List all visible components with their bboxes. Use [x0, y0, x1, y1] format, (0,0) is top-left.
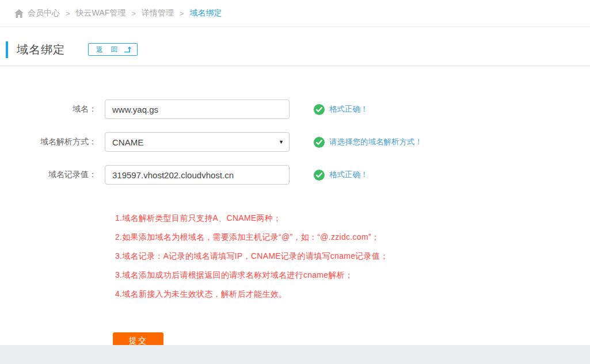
record-value-status-text: 格式正确！ — [329, 170, 368, 180]
back-button[interactable]: 返 回 — [88, 43, 138, 56]
domain-label: 域名： — [0, 104, 105, 114]
domain-binding-form: 域名： 格式正确！ 域名解析方式： CNAME ▼ 请选择您的域名解析方式！ 域… — [0, 66, 590, 349]
breadcrumb: 会员中心 > 快云WAF管理 > 详情管理 > 域名绑定 — [0, 0, 590, 27]
breadcrumb-separator: > — [180, 9, 184, 18]
title-accent-bar — [6, 41, 8, 58]
note-line: 1.域名解析类型目前只支持A、CNAME两种； — [115, 209, 590, 228]
domain-status-text: 格式正确！ — [329, 104, 368, 114]
note-line: 4.域名新接入为未生效状态，解析后才能生效。 — [115, 285, 590, 304]
return-arrow-icon — [124, 46, 132, 53]
resolve-type-status-text: 请选择您的域名解析方式！ — [329, 137, 422, 147]
resolve-type-status: 请选择您的域名解析方式！ — [314, 137, 422, 148]
breadcrumb-item-member-center[interactable]: 会员中心 — [28, 8, 60, 18]
check-circle-icon — [314, 137, 325, 148]
home-icon — [14, 9, 24, 18]
resolve-type-row: 域名解析方式： CNAME ▼ 请选择您的域名解析方式！ — [0, 132, 590, 152]
resolve-type-select-wrap: CNAME ▼ — [105, 132, 290, 152]
record-value-row: 域名记录值： 格式正确！ — [0, 165, 590, 185]
instruction-notes: 1.域名解析类型目前只支持A、CNAME两种； 2.如果添加域名为根域名，需要添… — [115, 209, 590, 304]
note-line: 2.如果添加域名为根域名，需要添加主机记录“@”，如：“@.zzidc.com”… — [115, 228, 590, 247]
breadcrumb-separator: > — [131, 9, 136, 18]
back-button-label: 返 回 — [96, 45, 120, 55]
footer-band — [0, 345, 590, 364]
domain-row: 域名： 格式正确！ — [0, 99, 590, 119]
breadcrumb-item-domain-binding: 域名绑定 — [189, 8, 222, 18]
record-value-input[interactable] — [105, 165, 290, 185]
note-line: 3.域名记录：A记录的域名请填写IP，CNAME记录的请填写cname记录值； — [115, 247, 590, 266]
check-circle-icon — [314, 104, 325, 115]
resolve-type-select[interactable]: CNAME — [105, 132, 290, 152]
title-section: 域名绑定 返 回 — [6, 41, 590, 58]
page-title: 域名绑定 — [17, 42, 65, 58]
breadcrumb-item-detail-management[interactable]: 详情管理 — [142, 8, 174, 18]
record-value-label: 域名记录值： — [0, 170, 105, 180]
domain-status: 格式正确！ — [314, 104, 368, 115]
domain-input[interactable] — [105, 99, 290, 119]
check-circle-icon — [314, 170, 325, 181]
breadcrumb-separator: > — [66, 9, 70, 18]
record-value-status: 格式正确！ — [314, 170, 368, 181]
resolve-type-label: 域名解析方式： — [0, 137, 105, 147]
note-line: 3.域名添加成功后请根据返回的请求名称对域名进行cname解析； — [115, 266, 590, 285]
breadcrumb-item-waf-management[interactable]: 快云WAF管理 — [76, 8, 126, 18]
